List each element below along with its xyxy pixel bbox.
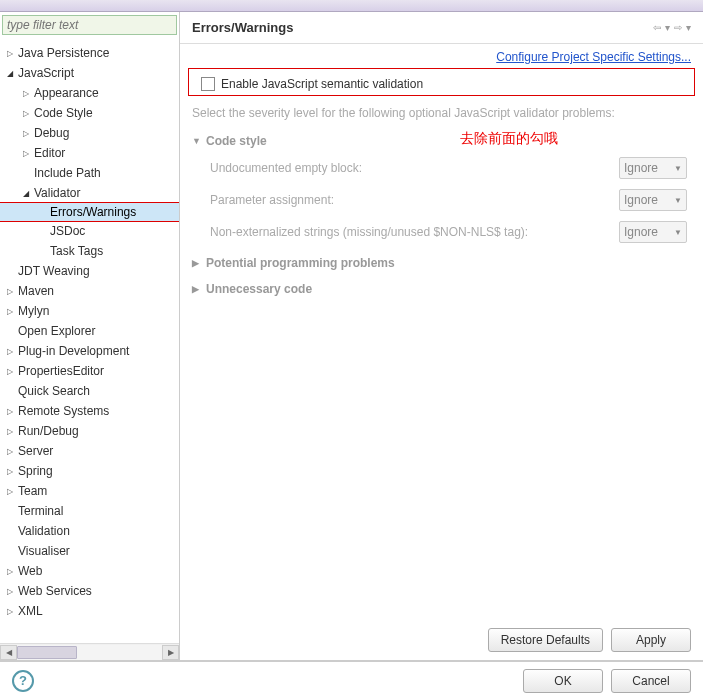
severity-dropdown[interactable]: Ignore▼ — [619, 221, 687, 243]
tree-label: Appearance — [34, 86, 99, 100]
dropdown-value: Ignore — [624, 161, 658, 175]
chevron-right-icon[interactable]: ▷ — [4, 605, 16, 617]
chevron-right-icon[interactable]: ▷ — [4, 485, 16, 497]
tree-label: Validation — [18, 524, 70, 538]
tree-label: Server — [18, 444, 53, 458]
chevron-right-icon[interactable]: ▷ — [20, 127, 32, 139]
tree-item-run-debug[interactable]: ▷Run/Debug — [0, 421, 179, 441]
chevron-right-icon[interactable]: ▷ — [20, 107, 32, 119]
nav-back-icon[interactable]: ⇦ — [653, 22, 661, 33]
tree-item-jsdoc[interactable]: JSDoc — [0, 221, 179, 241]
chevron-right-icon[interactable]: ▷ — [4, 565, 16, 577]
tree-item-mylyn[interactable]: ▷Mylyn — [0, 301, 179, 321]
tree-label: Run/Debug — [18, 424, 79, 438]
chevron-right-icon[interactable]: ▷ — [4, 445, 16, 457]
section-unnecessary: ▶ Unnecessary code — [180, 276, 703, 302]
dropdown-value: Ignore — [624, 225, 658, 239]
tree-item-web-services[interactable]: ▷Web Services — [0, 581, 179, 601]
scroll-thumb[interactable] — [17, 646, 77, 659]
tree-item-include-path[interactable]: Include Path — [0, 163, 179, 183]
enable-validation-checkbox[interactable] — [201, 77, 215, 91]
tree-item-appearance[interactable]: ▷Appearance — [0, 83, 179, 103]
no-icon — [4, 505, 16, 517]
tree-item-open-explorer[interactable]: Open Explorer — [0, 321, 179, 341]
chevron-down-icon[interactable]: ◢ — [4, 67, 16, 79]
tree-item-javascript[interactable]: ◢JavaScript — [0, 63, 179, 83]
chevron-right-icon[interactable]: ▷ — [20, 147, 32, 159]
help-icon[interactable]: ? — [12, 670, 34, 692]
tree-item-validator[interactable]: ◢Validator — [0, 183, 179, 203]
severity-dropdown[interactable]: Ignore▼ — [619, 157, 687, 179]
no-icon — [36, 225, 48, 237]
tree-label: Spring — [18, 464, 53, 478]
apply-button[interactable]: Apply — [611, 628, 691, 652]
chevron-down-icon[interactable]: ◢ — [20, 187, 32, 199]
tree-item-propertieseditor[interactable]: ▷PropertiesEditor — [0, 361, 179, 381]
tree-item-terminal[interactable]: Terminal — [0, 501, 179, 521]
scroll-track[interactable] — [17, 645, 162, 660]
nav-icons: ⇦ ▾ ⇨ ▾ — [653, 22, 691, 33]
filter-input[interactable] — [2, 15, 177, 35]
tree-item-java-persistence[interactable]: ▷Java Persistence — [0, 43, 179, 63]
tree-label: JavaScript — [18, 66, 74, 80]
tree-item-quick-search[interactable]: Quick Search — [0, 381, 179, 401]
section-header-unnecessary[interactable]: ▶ Unnecessary code — [192, 278, 691, 300]
tree-label: Validator — [34, 186, 80, 200]
cancel-button[interactable]: Cancel — [611, 669, 691, 693]
page-title: Errors/Warnings — [192, 20, 293, 35]
tree-label: Java Persistence — [18, 46, 109, 60]
chevron-right-icon[interactable]: ▷ — [4, 305, 16, 317]
chevron-right-icon[interactable]: ▷ — [4, 47, 16, 59]
section-title: Code style — [206, 134, 267, 148]
tree-item-server[interactable]: ▷Server — [0, 441, 179, 461]
tree-item-web[interactable]: ▷Web — [0, 561, 179, 581]
tree-item-xml[interactable]: ▷XML — [0, 601, 179, 621]
chevron-right-icon[interactable]: ▷ — [4, 465, 16, 477]
tree-item-remote-systems[interactable]: ▷Remote Systems — [0, 401, 179, 421]
chevron-right-icon[interactable]: ▷ — [4, 425, 16, 437]
tree-item-task-tags[interactable]: Task Tags — [0, 241, 179, 261]
tree-item-plug-in-development[interactable]: ▷Plug-in Development — [0, 341, 179, 361]
tree-label: Task Tags — [50, 244, 103, 258]
tree-item-code-style[interactable]: ▷Code Style — [0, 103, 179, 123]
tree-item-visualiser[interactable]: Visualiser — [0, 541, 179, 561]
section-title: Unnecessary code — [206, 282, 312, 296]
tree-item-spring[interactable]: ▷Spring — [0, 461, 179, 481]
section-header-potential[interactable]: ▶ Potential programming problems — [192, 252, 691, 274]
content-pane: Errors/Warnings ⇦ ▾ ⇨ ▾ Configure Projec… — [180, 12, 703, 660]
chevron-right-icon[interactable]: ▷ — [4, 585, 16, 597]
dialog-footer: ? OK Cancel — [0, 661, 703, 699]
no-icon — [4, 385, 16, 397]
tree-item-team[interactable]: ▷Team — [0, 481, 179, 501]
nav-back-drop-icon[interactable]: ▾ — [665, 22, 670, 33]
nav-fwd-drop-icon[interactable]: ▾ — [686, 22, 691, 33]
chevron-right-icon[interactable]: ▷ — [4, 365, 16, 377]
tree-item-debug[interactable]: ▷Debug — [0, 123, 179, 143]
link-row: Configure Project Specific Settings... — [180, 44, 703, 64]
tree-label: Editor — [34, 146, 65, 160]
ok-button[interactable]: OK — [523, 669, 603, 693]
chevron-right-icon[interactable]: ▷ — [4, 285, 16, 297]
tree-item-maven[interactable]: ▷Maven — [0, 281, 179, 301]
chevron-right-icon[interactable]: ▷ — [4, 405, 16, 417]
tree-item-editor[interactable]: ▷Editor — [0, 143, 179, 163]
tree-label: JDT Weaving — [18, 264, 90, 278]
severity-dropdown[interactable]: Ignore▼ — [619, 189, 687, 211]
tree-scrollbar[interactable]: ◀ ▶ — [0, 643, 179, 660]
restore-defaults-button[interactable]: Restore Defaults — [488, 628, 603, 652]
section-header-code-style[interactable]: ▼ Code style — [192, 130, 691, 152]
chevron-right-icon[interactable]: ▷ — [20, 87, 32, 99]
chevron-right-icon[interactable]: ▷ — [4, 345, 16, 357]
configure-project-link[interactable]: Configure Project Specific Settings... — [496, 50, 691, 64]
scroll-left-button[interactable]: ◀ — [0, 645, 17, 660]
nav-fwd-icon[interactable]: ⇨ — [674, 22, 682, 33]
scroll-right-button[interactable]: ▶ — [162, 645, 179, 660]
tree-item-validation[interactable]: Validation — [0, 521, 179, 541]
tree-item-jdt-weaving[interactable]: JDT Weaving — [0, 261, 179, 281]
option-label: Parameter assignment: — [210, 193, 334, 207]
option-row: Undocumented empty block:Ignore▼ — [192, 152, 691, 184]
tree-label: Web Services — [18, 584, 92, 598]
tree-item-errors-warnings[interactable]: Errors/Warnings — [0, 202, 179, 222]
tree-label: Terminal — [18, 504, 63, 518]
section-potential: ▶ Potential programming problems — [180, 250, 703, 276]
